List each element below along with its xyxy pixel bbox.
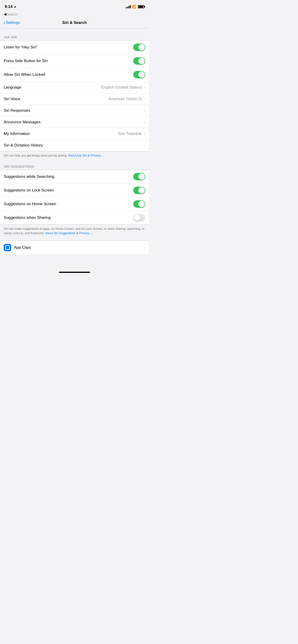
ask-siri-privacy-link[interactable]: About Ask Siri & Privacy… — [68, 154, 104, 157]
side-button-row: Press Side Button for Siri — [0, 54, 149, 68]
siri-responses-label: Siri Responses — [4, 108, 144, 113]
announce-messages-chevron-icon: › — [144, 120, 145, 124]
allow-locked-label: Allow Siri When Locked — [4, 72, 133, 77]
ask-siri-section: ASK SIRI Listen for “Hey Siri” Press Sid… — [0, 34, 149, 158]
back-label: Settings — [6, 20, 20, 25]
suggestions-lock-screen-row: Suggestions on Lock Screen — [0, 184, 149, 197]
suggestions-sharing-row: Suggestions when Sharing — [0, 211, 149, 224]
nav-search-bar: ◀ Search — [0, 12, 149, 18]
suggestions-home-screen-row: Suggestions on Home Screen — [0, 197, 149, 211]
siri-suggestions-footer: Siri can make suggestions in apps, on Ho… — [0, 225, 149, 236]
suggestions-home-screen-toggle[interactable] — [133, 200, 145, 208]
suggestions-lock-screen-label: Suggestions on Lock Screen — [4, 188, 133, 193]
announce-messages-label: Announce Messages — [4, 120, 144, 124]
announce-messages-row[interactable]: Announce Messages › — [0, 116, 149, 128]
hey-siri-label: Listen for “Hey Siri” — [4, 45, 133, 50]
my-information-label: My Information — [4, 132, 118, 136]
side-button-label: Press Side Button for Siri — [4, 59, 133, 63]
language-row[interactable]: Language English (United States) › — [0, 82, 149, 93]
hey-siri-toggle[interactable] — [133, 44, 145, 51]
suggestions-searching-toggle[interactable] — [133, 173, 145, 180]
suggestions-sharing-toggle[interactable] — [133, 214, 145, 222]
back-button[interactable]: ‹ Settings — [4, 20, 20, 26]
language-chevron-icon: › — [144, 85, 145, 90]
page-header: ‹ Settings Siri & Search — [0, 18, 149, 28]
back-chevron-icon: ‹ — [4, 20, 5, 26]
siri-suggestions-section-header: SIRI SUGGESTIONS — [0, 163, 149, 170]
side-button-toggle[interactable] — [133, 57, 145, 65]
search-back-label: Search — [7, 12, 18, 16]
ask-siri-footer: Siri can help you get things done just b… — [0, 152, 149, 158]
my-information-value: Tom Twardzik — [118, 132, 142, 136]
app-clips-icon — [4, 244, 11, 251]
app-clips-label: App Clips — [14, 245, 141, 250]
my-information-row[interactable]: My Information Tom Twardzik › — [0, 128, 149, 140]
status-time: 9:14 — [5, 4, 13, 9]
suggestions-searching-row: Suggestions while Searching — [0, 170, 149, 184]
language-label: Language — [4, 85, 101, 90]
status-icons: 📶 — [126, 5, 144, 9]
siri-dictation-history-label: Siri & Dictation History — [4, 143, 144, 148]
siri-dictation-history-chevron-icon: › — [144, 143, 145, 148]
suggestions-sharing-label: Suggestions when Sharing — [4, 215, 133, 220]
siri-voice-value: American (Voice 2) — [108, 97, 142, 101]
allow-locked-toggle[interactable] — [133, 71, 145, 78]
suggestions-home-screen-label: Suggestions on Home Screen — [4, 202, 133, 206]
suggestions-searching-label: Suggestions while Searching — [4, 174, 133, 179]
app-clips-row[interactable]: App Clips › — [0, 241, 149, 254]
siri-voice-chevron-icon: › — [144, 97, 145, 101]
app-clips-chevron-icon: › — [144, 245, 145, 250]
siri-dictation-history-row[interactable]: Siri & Dictation History › — [0, 140, 149, 151]
page-title: Siri & Search — [62, 20, 87, 25]
siri-suggestions-rows: Suggestions while Searching Suggestions … — [0, 170, 149, 225]
my-information-right: Tom Twardzik › — [118, 132, 145, 136]
siri-responses-chevron-icon: › — [144, 108, 145, 113]
language-right: English (United States) › — [101, 85, 145, 90]
signal-bars-icon — [126, 5, 131, 8]
language-value: English (United States) — [101, 85, 142, 90]
wifi-icon: 📶 — [132, 5, 136, 9]
ask-siri-rows: Listen for “Hey Siri” Press Side Button … — [0, 40, 149, 152]
ask-siri-section-header: ASK SIRI — [0, 34, 149, 40]
status-bar: 9:14 ➤ 📶 — [0, 0, 149, 12]
app-clips-icon-shape — [5, 245, 10, 250]
suggestions-lock-screen-toggle[interactable] — [133, 186, 145, 194]
siri-voice-row[interactable]: Siri Voice American (Voice 2) › — [0, 93, 149, 105]
hey-siri-row: Listen for “Hey Siri” — [0, 40, 149, 54]
siri-voice-right: American (Voice 2) › — [108, 97, 145, 101]
allow-locked-row: Allow Siri When Locked — [0, 68, 149, 82]
my-information-chevron-icon: › — [144, 132, 145, 136]
siri-voice-label: Siri Voice — [4, 97, 108, 101]
siri-suggestions-privacy-link[interactable]: About Siri Suggestions & Privacy… — [45, 231, 92, 235]
location-arrow-icon: ➤ — [14, 5, 17, 8]
siri-responses-row[interactable]: Siri Responses › — [0, 105, 149, 116]
siri-suggestions-section: SIRI SUGGESTIONS Suggestions while Searc… — [0, 163, 149, 236]
battery-icon — [138, 5, 144, 8]
home-indicator — [59, 272, 90, 273]
